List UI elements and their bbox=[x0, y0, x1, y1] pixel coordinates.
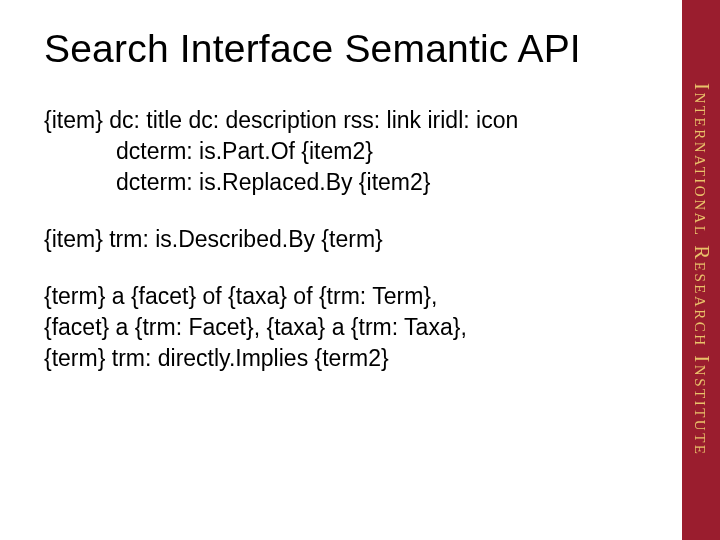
block-term-facet: {term} a {facet} of {taxa} of {trm: Term… bbox=[44, 281, 658, 374]
branding-text: International Research Institute bbox=[689, 83, 714, 456]
branding-sidebar: International Research Institute bbox=[682, 0, 720, 540]
block-item-described: {item} trm: is.Described.By {term} bbox=[44, 224, 658, 255]
text-line: {facet} a {trm: Facet}, {taxa} a {trm: T… bbox=[44, 312, 658, 343]
slide-title: Search Interface Semantic API bbox=[44, 28, 658, 71]
text-line: {term} a {facet} of {taxa} of {trm: Term… bbox=[44, 281, 658, 312]
block-item-properties: {item} dc: title dc: description rss: li… bbox=[44, 105, 658, 198]
text-line: {term} trm: directly.Implies {term2} bbox=[44, 343, 658, 374]
slide-body: {item} dc: title dc: description rss: li… bbox=[44, 105, 658, 400]
text-line: {item} trm: is.Described.By {term} bbox=[44, 224, 658, 255]
text-line: dcterm: is.Replaced.By {item2} bbox=[44, 167, 658, 198]
text-line: {item} dc: title dc: description rss: li… bbox=[44, 105, 658, 136]
text-line: dcterm: is.Part.Of {item2} bbox=[44, 136, 658, 167]
slide-main: Search Interface Semantic API {item} dc:… bbox=[0, 0, 682, 540]
